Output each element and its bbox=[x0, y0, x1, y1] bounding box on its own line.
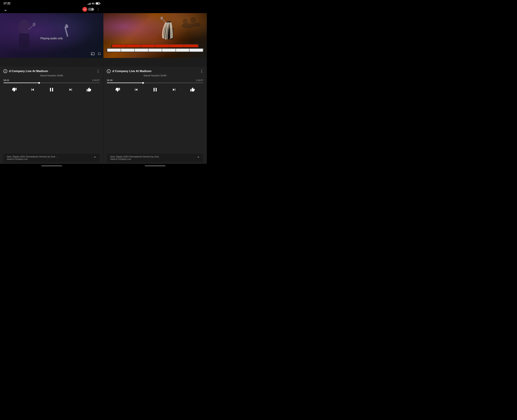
video-area-right[interactable] bbox=[103, 13, 207, 58]
svg-rect-1 bbox=[19, 33, 29, 47]
track-artist-left: Darryl Houston Smith bbox=[3, 74, 100, 77]
next-track-info-left: Next: Ripple (2001 Remastered Version) b… bbox=[7, 155, 93, 160]
status-bar-right bbox=[103, 0, 207, 6]
next-track-source-right: Dead & Company Live bbox=[110, 158, 197, 160]
headphone-toggle-left[interactable] bbox=[82, 7, 94, 12]
like-button-right[interactable] bbox=[189, 87, 196, 93]
black-bar-left bbox=[0, 58, 103, 67]
time-row-right: 58:39 2:43:57 bbox=[107, 79, 203, 82]
keyboard-2 bbox=[111, 44, 199, 48]
time-total-right: 2:43:57 bbox=[196, 79, 203, 82]
info-icon-left[interactable]: i bbox=[3, 69, 7, 73]
next-track-title-right: Next: Ripple (2001 Remastered Version) b… bbox=[110, 155, 197, 158]
track-artist-right: Darryl Houston Smith bbox=[107, 74, 203, 77]
progress-fill-left bbox=[3, 82, 39, 83]
home-indicator-right bbox=[103, 164, 207, 168]
info-section-right: i d Company Live At Madison ⋮ Darryl Hou… bbox=[103, 67, 207, 164]
left-phone-panel: 17:21 4G ⌄ bbox=[0, 0, 103, 168]
info-section-left: i d Company Live At Madison ⋮ Darryl Hou… bbox=[0, 67, 103, 164]
skip-prev-button-right[interactable] bbox=[133, 87, 139, 93]
home-indicator-left bbox=[0, 164, 103, 168]
svg-point-8 bbox=[182, 23, 194, 28]
playback-controls-right bbox=[107, 86, 203, 93]
audio-only-text: Playing audio only bbox=[40, 37, 63, 40]
next-track-title-left: Next: Ripple (2001 Remastered Version) b… bbox=[7, 155, 93, 158]
audio-only-bg: Playing audio only bbox=[0, 13, 103, 58]
info-icon-right[interactable]: i bbox=[107, 69, 111, 73]
svg-point-3 bbox=[33, 22, 36, 26]
next-track-source-left: Dead & Company Live bbox=[7, 158, 93, 160]
chevron-up-icon-right[interactable]: ⌃ bbox=[197, 156, 200, 160]
signal-bar-2 bbox=[89, 4, 89, 5]
playback-controls-left bbox=[3, 86, 100, 93]
next-track-left[interactable]: Next: Ripple (2001 Remastered Version) b… bbox=[3, 153, 100, 162]
progress-section-left: 58:33 2:43:57 bbox=[3, 79, 100, 83]
status-icons-left: 4G bbox=[88, 2, 100, 5]
track-title-row-right: i d Company Live At Madison ⋮ bbox=[107, 69, 203, 74]
track-more-icon-left[interactable]: ⋮ bbox=[96, 69, 100, 74]
home-bar-left bbox=[41, 165, 62, 166]
headphone-icon bbox=[82, 7, 87, 12]
top-controls-right bbox=[103, 6, 207, 13]
signal-bars-left bbox=[88, 2, 91, 5]
right-phone-panel: i d Company Live At Madison ⋮ Darryl Hou… bbox=[103, 0, 207, 168]
like-button-left[interactable] bbox=[86, 87, 92, 93]
keyboard-1 bbox=[106, 48, 204, 52]
black-bar-right bbox=[103, 58, 207, 67]
dislike-button-left[interactable] bbox=[11, 87, 17, 93]
track-title-row-left: i d Company Live At Madison ⋮ bbox=[3, 69, 100, 74]
svg-point-10 bbox=[183, 19, 188, 24]
headphone-toggle-switch[interactable] bbox=[88, 8, 94, 11]
top-right-controls-left: ⋮ bbox=[82, 7, 100, 12]
progress-bar-left[interactable] bbox=[3, 82, 100, 83]
skip-next-button-left[interactable] bbox=[67, 87, 74, 93]
svg-point-9 bbox=[192, 23, 201, 27]
skip-prev-button-left[interactable] bbox=[30, 87, 36, 93]
chevron-down-icon[interactable]: ⌄ bbox=[3, 7, 7, 12]
progress-dot-right bbox=[142, 82, 144, 84]
network-type-left: 4G bbox=[92, 2, 95, 5]
time-total-left: 2:43:57 bbox=[92, 79, 100, 82]
more-options-icon[interactable]: ⋮ bbox=[96, 7, 100, 11]
concert-bg bbox=[103, 13, 207, 58]
chevron-up-icon-left[interactable]: ⌃ bbox=[93, 156, 96, 160]
track-title-right: i d Company Live At Madison bbox=[107, 69, 200, 73]
cast-icon-left[interactable] bbox=[91, 52, 95, 57]
time-current-left: 58:33 bbox=[3, 79, 9, 82]
fullscreen-icon-left[interactable] bbox=[97, 52, 101, 57]
svg-point-0 bbox=[18, 20, 30, 34]
battery-fill-left bbox=[96, 3, 98, 4]
status-time-left: 17:21 bbox=[3, 2, 10, 5]
progress-dot-left bbox=[38, 82, 40, 84]
signal-bar-1 bbox=[88, 4, 88, 5]
dislike-button-right[interactable] bbox=[115, 87, 121, 93]
pause-button-left[interactable] bbox=[48, 86, 55, 93]
video-bottom-controls-left bbox=[91, 52, 101, 57]
next-track-info-right: Next: Ripple (2001 Remastered Version) b… bbox=[110, 155, 197, 160]
battery-icon-left bbox=[96, 2, 100, 5]
progress-bar-right[interactable] bbox=[107, 82, 203, 83]
track-title-text-right: d Company Live At Madison bbox=[112, 69, 151, 73]
svg-point-11 bbox=[190, 17, 196, 23]
video-area-left[interactable]: Playing audio only bbox=[0, 13, 103, 58]
signal-bar-3 bbox=[89, 3, 90, 5]
home-bar-right bbox=[145, 165, 165, 166]
track-title-left: i d Company Live At Madison bbox=[3, 69, 96, 73]
track-title-text-left: d Company Live At Madison bbox=[9, 69, 48, 73]
status-bar-left: 17:21 4G bbox=[0, 0, 103, 6]
top-controls-left: ⌄ ⋮ bbox=[0, 6, 103, 13]
pause-button-right[interactable] bbox=[151, 86, 159, 93]
time-row-left: 58:33 2:43:57 bbox=[3, 79, 100, 82]
progress-fill-right bbox=[107, 82, 143, 83]
svg-point-7 bbox=[160, 16, 163, 20]
toggle-knob bbox=[91, 8, 94, 10]
next-track-right[interactable]: Next: Ripple (2001 Remastered Version) b… bbox=[107, 153, 203, 162]
progress-section-right: 58:39 2:43:57 bbox=[107, 79, 203, 83]
skip-next-button-right[interactable] bbox=[171, 87, 177, 93]
signal-bar-4 bbox=[90, 3, 91, 5]
time-current-right: 58:39 bbox=[107, 79, 112, 82]
track-more-icon-right[interactable]: ⋮ bbox=[200, 69, 203, 74]
